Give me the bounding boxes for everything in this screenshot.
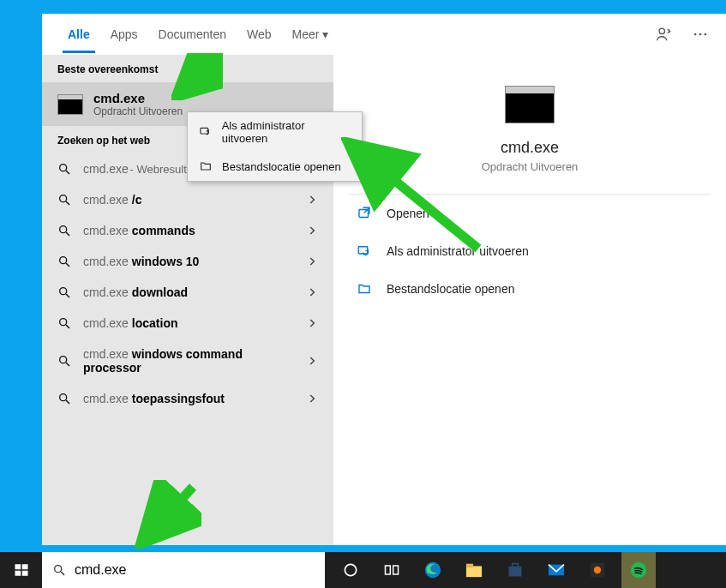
search-icon — [57, 392, 73, 405]
chevron-right-icon[interactable] — [306, 225, 318, 237]
tab-web[interactable]: Web — [237, 15, 282, 53]
svg-point-6 — [60, 195, 67, 202]
search-icon — [57, 224, 73, 237]
search-icon — [57, 193, 73, 207]
context-run-admin-label: Als administrator uitvoeren — [222, 119, 351, 145]
svg-line-17 — [66, 363, 69, 366]
context-open-location-label: Bestandslocatie openen — [222, 160, 341, 173]
web-result-item[interactable]: cmd.exe location — [42, 308, 333, 339]
web-result-label: cmd.exe windows 10 — [83, 255, 296, 268]
svg-rect-39 — [466, 566, 482, 577]
shield-admin-icon — [198, 124, 213, 140]
taskbar-search-input[interactable] — [75, 562, 315, 578]
svg-point-10 — [60, 257, 67, 264]
chevron-right-icon[interactable] — [306, 317, 318, 329]
chevron-right-icon[interactable] — [306, 355, 318, 367]
spotify-icon[interactable] — [621, 552, 656, 588]
cmd-thumbnail-icon — [57, 94, 83, 115]
context-run-admin[interactable]: Als administrator uitvoeren — [188, 112, 362, 152]
svg-point-3 — [705, 33, 707, 36]
action-run-admin[interactable]: Als administrator uitvoeren — [349, 232, 711, 270]
web-result-label: cmd.exe download — [83, 285, 296, 299]
svg-point-35 — [345, 564, 356, 575]
svg-rect-42 — [513, 564, 519, 567]
taskbar — [0, 552, 726, 588]
svg-line-15 — [66, 325, 69, 328]
task-view-icon[interactable] — [375, 552, 409, 588]
tab-apps[interactable]: Apps — [100, 15, 148, 53]
action-open-location-label: Bestandslocatie openen — [387, 282, 514, 296]
svg-point-33 — [55, 566, 62, 573]
edge-icon[interactable] — [416, 552, 450, 588]
search-icon — [52, 563, 66, 577]
web-result-item[interactable]: cmd.exe commands — [42, 215, 333, 246]
start-search-panel: Alle Apps Documenten Web Meer ▾ Beste ov… — [42, 14, 726, 545]
svg-rect-40 — [466, 564, 473, 568]
folder-location-icon — [356, 280, 373, 297]
preview-title: cmd.exe — [501, 139, 559, 157]
action-open-label: Openen — [387, 207, 429, 220]
search-icon — [57, 316, 73, 330]
shield-admin-icon — [356, 243, 373, 260]
caret-down-icon: ▾ — [322, 27, 328, 41]
preview-subtitle: Opdracht Uitvoeren — [482, 160, 579, 173]
search-icon — [57, 285, 73, 299]
svg-point-45 — [594, 567, 601, 573]
action-open-location[interactable]: Bestandslocatie openen — [349, 270, 711, 308]
web-result-label: cmd.exe location — [83, 316, 296, 330]
chevron-right-icon[interactable] — [306, 194, 318, 206]
web-result-label: cmd.exe windows command processor — [83, 347, 296, 375]
feedback-person-icon[interactable] — [654, 24, 675, 45]
preview-pane: cmd.exe Opdracht Uitvoeren Openen Als ad… — [333, 55, 726, 545]
web-result-item[interactable]: cmd.exe download — [42, 277, 333, 308]
tab-more[interactable]: Meer ▾ — [282, 15, 339, 53]
start-button[interactable] — [0, 552, 42, 588]
app-icon[interactable] — [580, 552, 615, 588]
tab-documents[interactable]: Documenten — [148, 15, 237, 53]
search-icon — [57, 162, 73, 176]
svg-rect-30 — [21, 564, 27, 569]
action-run-admin-label: Als administrator uitvoeren — [387, 244, 529, 258]
svg-rect-37 — [393, 566, 399, 574]
context-open-location[interactable]: Bestandslocatie openen — [188, 152, 362, 181]
web-result-item[interactable]: cmd.exe windows 10 — [42, 246, 333, 277]
chevron-right-icon[interactable] — [306, 393, 318, 405]
svg-point-18 — [60, 394, 67, 401]
mail-icon[interactable] — [539, 552, 573, 588]
svg-point-8 — [60, 226, 67, 233]
svg-line-7 — [66, 201, 69, 205]
store-icon[interactable] — [498, 552, 532, 588]
chevron-right-icon[interactable] — [306, 255, 318, 267]
web-result-item[interactable]: cmd.exe toepassingsfout — [42, 383, 333, 414]
svg-rect-29 — [15, 564, 21, 569]
svg-point-0 — [659, 28, 664, 33]
cortana-icon[interactable] — [333, 552, 368, 588]
svg-rect-32 — [21, 571, 27, 576]
chevron-right-icon[interactable] — [306, 286, 318, 298]
action-open[interactable]: Openen — [349, 195, 711, 232]
svg-point-2 — [699, 33, 702, 36]
filter-tabs: Alle Apps Documenten Web Meer ▾ — [42, 14, 726, 55]
svg-line-13 — [66, 294, 69, 297]
context-menu: Als administrator uitvoeren Bestandsloca… — [187, 111, 363, 182]
svg-line-5 — [66, 171, 69, 174]
more-options-icon[interactable] — [690, 24, 711, 45]
svg-line-9 — [66, 232, 69, 236]
file-explorer-icon[interactable] — [457, 552, 491, 588]
search-icon — [57, 255, 73, 268]
best-match-title: cmd.exe — [93, 91, 183, 105]
section-best-match: Beste overeenkomst — [42, 55, 333, 82]
web-result-item[interactable]: cmd.exe /c — [42, 184, 333, 215]
taskbar-search[interactable] — [42, 552, 325, 588]
svg-point-1 — [694, 33, 697, 36]
svg-point-4 — [60, 165, 67, 171]
svg-point-16 — [60, 357, 67, 363]
web-result-item[interactable]: cmd.exe windows command processor — [42, 339, 333, 383]
preview-cmd-thumbnail-icon — [505, 86, 555, 123]
svg-rect-36 — [386, 566, 391, 574]
open-icon — [356, 205, 373, 222]
tab-all[interactable]: Alle — [57, 15, 100, 53]
search-icon — [57, 354, 73, 368]
svg-point-14 — [60, 319, 67, 326]
svg-line-11 — [66, 263, 69, 267]
